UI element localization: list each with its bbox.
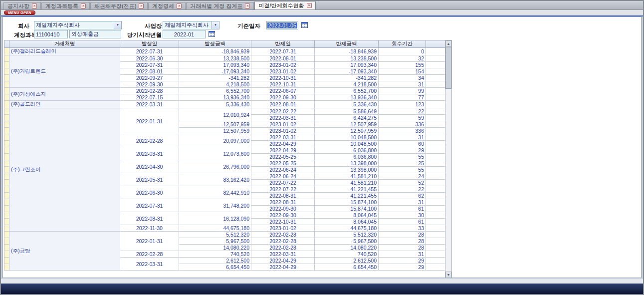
tab-close-icon[interactable]: × — [81, 3, 86, 8]
occur-date-cell[interactable]: 2022-06-30 — [120, 55, 179, 62]
vendor-cell[interactable]: (주)갤러리드슬레이 — [9, 48, 120, 55]
settle-amount-cell[interactable]: 13,398,000 — [315, 167, 379, 173]
occur-amount-cell[interactable]: 2,612,500 — [179, 258, 251, 264]
occur-amount-cell[interactable]: 6,552,700 — [179, 88, 251, 94]
tab-item[interactable]: 계정과목등록× — [41, 2, 90, 9]
occur-date-cell[interactable]: 2022-03-31 — [120, 147, 179, 160]
settle-amount-cell[interactable]: 6,036,800 — [315, 147, 379, 154]
settle-date-cell[interactable]: 2022-09-30 — [251, 94, 315, 101]
period-cell[interactable]: 77 — [379, 94, 426, 101]
settle-amount-cell[interactable]: 8,064,045 — [315, 219, 379, 225]
occur-date-cell[interactable]: 2022-01-31 — [120, 232, 179, 251]
scroll-down-icon[interactable]: ▼ — [445, 272, 451, 278]
settle-amount-cell[interactable]: 41,581,210 — [315, 173, 379, 180]
period-cell[interactable]: 155 — [379, 62, 426, 68]
tab-item[interactable]: 계정명세× — [148, 2, 186, 9]
scrollbar-thumb[interactable] — [445, 47, 451, 89]
grid-row[interactable]: (주)거림트렌드2022-06-3013,238,5002022-08-0113… — [4, 55, 445, 62]
settle-date-cell[interactable]: 2022-04-29 — [251, 141, 315, 147]
grid-row[interactable]: (주)골드라인2022-03-315,336,4302022-08-015,33… — [4, 101, 445, 108]
occur-date-cell[interactable]: 2022-07-31 — [120, 199, 179, 212]
tab-close-icon[interactable]: × — [245, 3, 250, 8]
company-combobox[interactable]: 제일제지주식회사 ▼ — [34, 21, 122, 29]
settle-amount-cell[interactable]: 15,874,100 — [315, 206, 379, 212]
settle-amount-cell[interactable]: 10,048,500 — [315, 134, 379, 141]
occur-amount-cell[interactable]: 82,442,910 — [179, 186, 251, 199]
occur-date-cell[interactable]: 2022-07-31 — [120, 62, 179, 68]
settle-date-cell[interactable]: 2022-06-24 — [251, 173, 315, 180]
tab-active[interactable]: 미결/반제회수현황× — [254, 1, 315, 9]
occur-date-cell[interactable]: 2022-07-15 — [120, 94, 179, 101]
settle-amount-cell[interactable]: 15,874,100 — [315, 199, 379, 206]
row-header-cell[interactable] — [4, 245, 9, 251]
period-cell[interactable]: 31 — [379, 81, 426, 88]
tab-item[interactable]: 채권채무장(전표)× — [90, 2, 148, 9]
occur-date-cell[interactable]: 2022-11-30 — [120, 225, 179, 232]
row-header-cell[interactable] — [4, 62, 9, 68]
settle-date-cell[interactable]: 2023-01-02 — [251, 62, 315, 68]
tab-item[interactable]: 공지사항× — [3, 2, 41, 9]
occur-amount-cell[interactable]: 83,162,420 — [179, 173, 251, 186]
settle-amount-cell[interactable]: 41,221,455 — [315, 186, 379, 193]
period-cell[interactable]: 24 — [379, 173, 426, 180]
period-cell[interactable]: 123 — [379, 101, 426, 108]
settle-amount-cell[interactable]: -12,507,959 — [315, 121, 379, 128]
row-header-cell[interactable] — [4, 108, 9, 115]
period-cell[interactable]: 154 — [379, 68, 426, 75]
occur-date-cell[interactable]: 2022-03-31 — [120, 258, 179, 271]
settle-date-cell[interactable]: 2022-04-29 — [251, 264, 315, 271]
vendor-cell[interactable]: (주)거성에스지 — [9, 88, 120, 101]
settle-amount-cell[interactable]: 6,552,700 — [315, 88, 379, 94]
period-cell[interactable]: 28 — [379, 245, 426, 251]
settle-date-cell[interactable]: 2022-06-07 — [251, 88, 315, 94]
occur-amount-cell[interactable]: 13,936,340 — [179, 94, 251, 101]
settle-date-cell[interactable]: 2022-03-31 — [251, 115, 315, 121]
occur-amount-cell[interactable]: 740,520 — [179, 251, 251, 258]
row-header-cell[interactable] — [4, 232, 9, 238]
row-header-cell[interactable] — [4, 206, 9, 212]
period-cell[interactable]: 31 — [379, 134, 426, 141]
grid-row[interactable]: (주)그린조이2022-01-3112,010,9242022-02-225,5… — [4, 108, 445, 115]
row-header-cell[interactable] — [4, 180, 9, 186]
row-header-cell[interactable] — [4, 55, 9, 62]
settle-date-cell[interactable]: 2023-01-02 — [251, 225, 315, 232]
settle-amount-cell[interactable]: 13,936,340 — [315, 94, 379, 101]
settle-amount-cell[interactable]: 5,586,649 — [315, 108, 379, 115]
period-cell[interactable]: 336 — [379, 128, 426, 134]
row-header-cell[interactable] — [4, 48, 9, 55]
row-header-cell[interactable] — [4, 101, 9, 108]
settle-date-cell[interactable]: 2022-02-22 — [251, 108, 315, 115]
settle-amount-cell[interactable]: 41,581,210 — [315, 180, 379, 186]
period-cell[interactable]: 30 — [379, 212, 426, 219]
period-cell[interactable]: 31 — [379, 199, 426, 206]
settle-date-cell[interactable]: 2022-09-30 — [251, 212, 315, 219]
occur-amount-cell[interactable]: 4,218,500 — [179, 81, 251, 88]
occur-date-cell[interactable]: 2022-07-31 — [120, 48, 179, 55]
settle-amount-cell[interactable]: 6,654,450 — [315, 264, 379, 271]
settle-amount-cell[interactable]: 6,424,275 — [315, 115, 379, 121]
settle-date-cell[interactable]: 2023-01-02 — [251, 68, 315, 75]
vendor-cell[interactable]: (주)골드라인 — [9, 101, 120, 108]
row-header-cell[interactable] — [4, 225, 9, 232]
settle-amount-cell[interactable]: 17,093,340 — [315, 62, 379, 68]
period-cell[interactable]: 34 — [379, 75, 426, 81]
settle-amount-cell[interactable]: 10,048,500 — [315, 141, 379, 147]
settle-amount-cell[interactable]: 41,221,455 — [315, 193, 379, 199]
row-header-cell[interactable] — [4, 134, 9, 141]
occur-date-cell[interactable]: 2022-08-31 — [120, 212, 179, 225]
vendor-cell[interactable]: (주)금담 — [9, 232, 120, 271]
period-cell[interactable]: 55 — [379, 167, 426, 173]
occur-date-cell[interactable]: 2022-04-30 — [120, 160, 179, 173]
settle-amount-cell[interactable]: 740,520 — [315, 251, 379, 258]
occur-date-cell[interactable]: 2022-09-30 — [120, 81, 179, 88]
row-header-cell[interactable] — [4, 68, 9, 75]
settle-date-cell[interactable]: 2022-02-28 — [251, 245, 315, 251]
period-cell[interactable]: 22 — [379, 108, 426, 115]
row-header-cell[interactable] — [4, 212, 9, 219]
settle-amount-cell[interactable]: 12,507,959 — [315, 128, 379, 134]
calendar-icon[interactable] — [208, 30, 215, 38]
occur-amount-cell[interactable]: 12,073,600 — [179, 147, 251, 160]
settle-amount-cell[interactable]: -341,282 — [315, 75, 379, 81]
settle-date-cell[interactable]: 2022-02-28 — [251, 238, 315, 245]
occur-amount-cell[interactable]: 31,748,200 — [179, 199, 251, 212]
